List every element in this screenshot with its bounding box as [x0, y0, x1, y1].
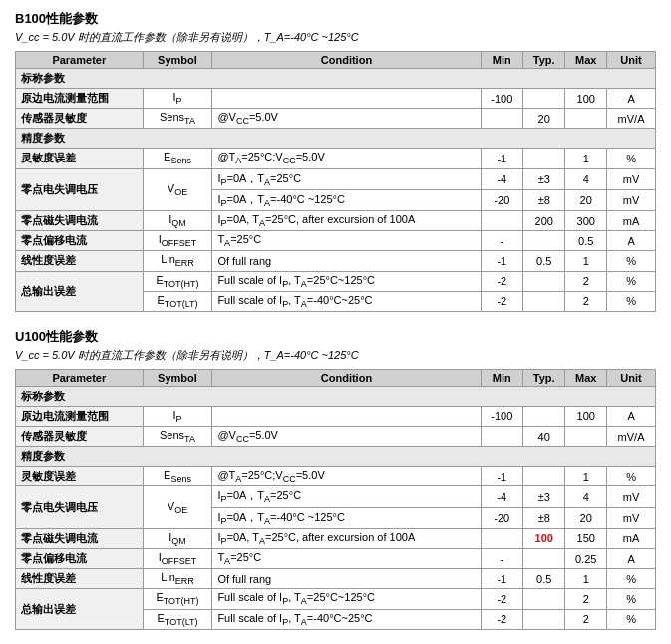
param-min: -2	[481, 271, 523, 291]
param-min: -2	[481, 291, 523, 311]
param-min: -100	[481, 89, 523, 109]
params-table: ParameterSymbolConditionMinTyp.MaxUnit 标…	[15, 51, 656, 312]
param-unit: A	[607, 549, 656, 569]
category-row: 标称参数	[16, 386, 656, 406]
table-row: 零点磁失调电流 IQM IP=0A, TA=25°C, after excurs…	[16, 210, 656, 230]
param-symbol: IQM	[143, 528, 212, 548]
param-symbol: IP	[143, 89, 212, 109]
table-row: 总输出误差ETOT(HT)Full scale of IP, TA=25°C~1…	[16, 589, 656, 609]
param-condition: Full scale of IP, TA=25°C~125°C	[212, 589, 481, 609]
param-condition	[212, 406, 481, 426]
category-row: 标称参数	[16, 69, 656, 89]
col-header: Typ.	[523, 369, 565, 386]
param-max: 100	[565, 406, 607, 426]
param-name: 原边电流测量范围	[16, 406, 144, 426]
category-row: 精度参数	[16, 129, 656, 149]
param-condition: Full scale of IP, TA=-40°C~25°C	[212, 609, 481, 629]
param-typ	[523, 149, 565, 168]
param-min: -4	[481, 486, 523, 507]
param-symbol: VOE	[143, 486, 212, 528]
param-typ: 0.5	[523, 251, 565, 271]
param-min: -2	[481, 609, 523, 629]
param-name: 原边电流测量范围	[16, 89, 144, 109]
col-header: Unit	[607, 369, 656, 386]
param-typ	[523, 89, 565, 109]
table-row: 线性度误差 LinERR Of full rang -1 0.5 1 %	[16, 251, 656, 271]
param-condition: Full scale of IP, TA=-40°C~25°C	[212, 291, 481, 311]
param-min: -	[481, 549, 523, 569]
param-unit: A	[607, 406, 656, 426]
param-max: 150	[565, 528, 607, 548]
section-subtitle: V_cc = 5.0V 时的直流工作参数（除非另有说明），T_A=-40°C ~…	[15, 30, 656, 45]
param-min: -	[481, 231, 523, 251]
param-typ: 40	[523, 427, 565, 447]
param-min: -4	[481, 168, 523, 189]
param-typ	[523, 549, 565, 569]
param-condition: TA=25°C	[212, 231, 481, 251]
param-typ	[523, 609, 565, 629]
param-min: -1	[481, 569, 523, 589]
param-unit: %	[607, 569, 656, 589]
category-row: 精度参数	[16, 447, 656, 467]
param-unit: %	[607, 271, 656, 291]
col-header: Symbol	[143, 52, 212, 69]
param-symbol: IOFFSET	[143, 231, 212, 251]
param-name: 线性度误差	[16, 569, 144, 589]
param-typ	[523, 589, 565, 609]
param-symbol: IP	[143, 406, 212, 426]
param-max: 0.25	[565, 549, 607, 569]
table-row: 零点电失调电压VOEIP=0A，TA=25°C-4±34mV	[16, 168, 656, 189]
param-condition: IP=0A，TA=25°C	[212, 168, 481, 189]
param-min: -100	[481, 406, 523, 426]
param-max: 4	[565, 168, 607, 189]
param-unit: %	[607, 609, 656, 629]
col-header: Parameter	[16, 369, 144, 386]
col-header: Min	[481, 52, 523, 69]
param-typ: ±3	[523, 486, 565, 507]
param-name: 零点电失调电压	[16, 168, 144, 210]
param-max: 4	[565, 486, 607, 507]
param-unit: %	[607, 251, 656, 271]
param-typ	[523, 406, 565, 426]
col-header: Unit	[607, 52, 656, 69]
category-label: 标称参数	[16, 69, 656, 89]
param-name: 零点磁失调电流	[16, 528, 144, 548]
param-name: 传感器灵敏度	[16, 109, 144, 129]
param-unit: mA	[607, 210, 656, 230]
param-max: 1	[565, 467, 607, 486]
param-unit: mA	[607, 528, 656, 548]
param-min	[481, 210, 523, 230]
param-typ: 20	[523, 109, 565, 129]
param-max	[565, 109, 607, 129]
param-condition: Of full rang	[212, 251, 481, 271]
param-max: 1	[565, 251, 607, 271]
param-max: 300	[565, 210, 607, 230]
param-condition: @TA=25°C;VCC=5.0V	[212, 467, 481, 486]
param-condition: IP=0A，TA=-40°C ~125°C	[212, 507, 481, 528]
param-name: 灵敏度误差	[16, 467, 144, 486]
param-unit: mV	[607, 486, 656, 507]
param-name: 传感器灵敏度	[16, 427, 144, 447]
param-symbol: IQM	[143, 210, 212, 230]
param-max: 20	[565, 507, 607, 528]
param-name: 线性度误差	[16, 251, 144, 271]
section-title: U100性能参数	[15, 328, 656, 346]
param-min: -1	[481, 467, 523, 486]
param-condition: IP=0A, TA=25°C, after excursion of 100A	[212, 210, 481, 230]
param-min: -20	[481, 507, 523, 528]
param-unit: %	[607, 589, 656, 609]
param-symbol: SensTA	[143, 427, 212, 447]
param-unit: mV	[607, 507, 656, 528]
col-header: Typ.	[523, 52, 565, 69]
param-typ	[523, 291, 565, 311]
param-condition: Full scale of IP, TA=25°C~125°C	[212, 271, 481, 291]
param-typ: 100	[523, 528, 565, 548]
param-name: 总输出误差	[16, 589, 144, 629]
param-condition: IP=0A，TA=-40°C ~125°C	[212, 189, 481, 210]
col-header: Parameter	[16, 52, 144, 69]
param-symbol: LinERR	[143, 569, 212, 589]
section-b100: B100性能参数V_cc = 5.0V 时的直流工作参数（除非另有说明），T_A…	[15, 10, 656, 312]
param-max: 2	[565, 271, 607, 291]
table-row: 灵敏度误差 ESens @TA=25°C;VCC=5.0V -1 1 %	[16, 467, 656, 486]
param-name: 零点电失调电压	[16, 486, 144, 528]
